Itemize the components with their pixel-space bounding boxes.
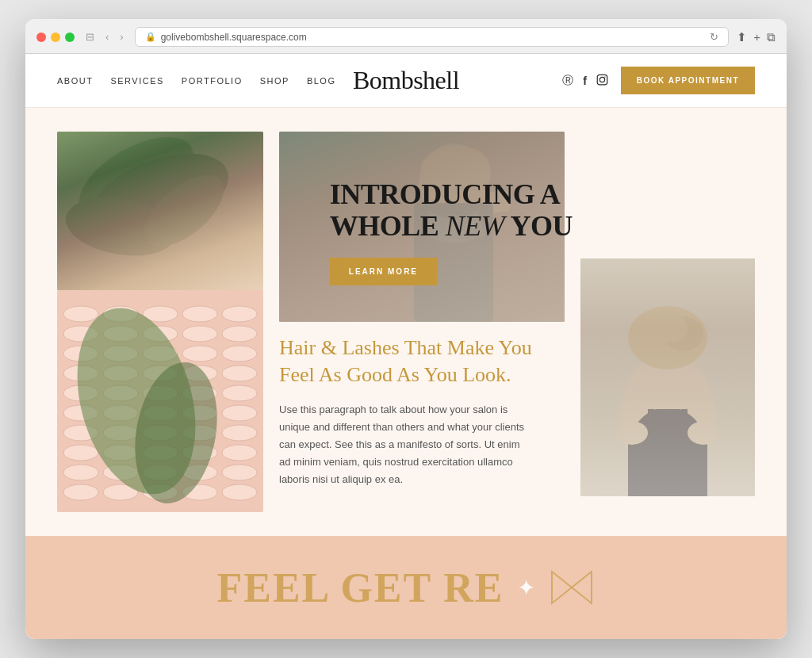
svg-point-24 [222, 346, 257, 362]
bowtie-icon [548, 568, 596, 607]
social-icons: Ⓡ f [562, 74, 608, 88]
leaf-image [57, 132, 263, 290]
hair-back-image [580, 258, 755, 496]
svg-point-59 [222, 484, 257, 500]
svg-point-1 [599, 77, 604, 82]
svg-point-67 [620, 354, 715, 480]
svg-rect-0 [597, 75, 607, 85]
nav-left: ABOUT SERVICES PORTFOLIO SHOP BLOG [57, 76, 335, 86]
book-appointment-button[interactable]: BOOK APPOINTMENT [621, 67, 755, 94]
reload-icon[interactable]: ↻ [710, 31, 718, 43]
svg-point-34 [222, 385, 257, 401]
hero-headline: INTRODUCING A WHOLE NEW YOU [330, 179, 573, 242]
nav-about[interactable]: ABOUT [57, 76, 93, 86]
svg-rect-66 [580, 258, 755, 496]
nav-portfolio[interactable]: PORTFOLIO [182, 76, 243, 86]
svg-point-13 [182, 306, 217, 322]
section-title: Hair & Lashes That Make You Feel As Good… [279, 335, 565, 388]
headline-part1: INTRODUCING A [330, 178, 561, 210]
svg-rect-3 [57, 132, 263, 290]
pinterest-icon[interactable]: Ⓡ [562, 74, 573, 88]
bottom-teaser-text: FEEL GET RE [216, 564, 504, 611]
headline-italic: NEW [446, 210, 505, 242]
browser-window: ⊟ ‹ › 🔒 golivebombshell.squarespace.com … [25, 19, 787, 639]
star-decoration-icon: ✦ [517, 575, 535, 601]
svg-rect-68 [656, 354, 680, 393]
svg-point-18 [182, 326, 217, 342]
svg-point-45 [63, 445, 98, 461]
svg-point-71 [656, 314, 688, 342]
svg-point-49 [222, 445, 257, 461]
website-content: ABOUT SERVICES PORTFOLIO SHOP BLOG Bombs… [25, 54, 787, 639]
browser-controls: ⊟ ‹ › [82, 29, 127, 44]
minimize-button[interactable] [51, 33, 60, 42]
headline-part3: YOU [504, 210, 573, 242]
svg-point-54 [222, 465, 257, 480]
svg-point-74 [616, 421, 648, 445]
site-header: ABOUT SERVICES PORTFOLIO SHOP BLOG Bombs… [25, 54, 787, 108]
svg-point-10 [63, 306, 98, 322]
lock-icon: 🔒 [145, 32, 156, 42]
headline-part2: WHOLE [330, 210, 446, 242]
svg-rect-76 [580, 258, 755, 496]
url-text: golivebombshell.squarespace.com [161, 32, 307, 43]
left-image-column: capsule grid [57, 132, 263, 512]
maximize-button[interactable] [65, 33, 75, 42]
capsules-image: capsule grid [57, 290, 263, 512]
svg-point-75 [688, 421, 719, 445]
right-column [580, 132, 755, 512]
duplicate-icon[interactable]: ⧉ [767, 30, 776, 44]
svg-point-7 [132, 162, 236, 259]
nav-services[interactable]: SERVICES [110, 76, 163, 86]
svg-point-69 [628, 306, 707, 369]
forward-arrow-icon[interactable]: › [117, 29, 126, 44]
sidebar-toggle-icon[interactable]: ⊟ [82, 29, 98, 44]
browser-actions: ⬆ + ⧉ [737, 30, 776, 44]
new-tab-icon[interactable]: + [753, 30, 760, 44]
site-logo[interactable]: Bombshell [353, 66, 459, 95]
traffic-lights [36, 33, 75, 42]
browser-chrome: ⊟ ‹ › 🔒 golivebombshell.squarespace.com … [25, 19, 787, 54]
center-column: INTRODUCING A WHOLE NEW YOU LEARN MORE H… [279, 132, 565, 512]
instagram-icon[interactable] [596, 74, 608, 88]
section-body: Use this paragraph to talk about how you… [279, 401, 533, 488]
close-button[interactable] [36, 33, 46, 42]
share-icon[interactable]: ⬆ [737, 30, 747, 44]
svg-rect-73 [681, 409, 688, 449]
svg-point-6 [61, 189, 180, 263]
svg-point-5 [81, 137, 239, 253]
svg-rect-72 [648, 409, 654, 449]
bottom-teaser: FEEL GET RE ✦ [25, 536, 787, 639]
hero-section: capsule grid [25, 108, 787, 536]
back-arrow-icon[interactable]: ‹ [102, 29, 112, 44]
svg-point-19 [222, 326, 257, 342]
svg-rect-8 [57, 132, 263, 290]
svg-point-70 [664, 316, 703, 351]
svg-point-29 [222, 365, 257, 381]
svg-point-2 [604, 76, 605, 77]
nav-right: Ⓡ f BOOK APPOINTMENT [562, 67, 755, 94]
nav-shop[interactable]: SHOP [260, 76, 289, 86]
svg-point-14 [222, 306, 257, 322]
svg-point-55 [63, 484, 98, 500]
address-bar[interactable]: 🔒 golivebombshell.squarespace.com ↻ [135, 27, 730, 47]
svg-point-50 [63, 465, 98, 480]
svg-point-44 [222, 425, 257, 441]
content-below-hero: Hair & Lashes That Make You Feel As Good… [279, 335, 565, 488]
svg-point-39 [222, 405, 257, 421]
hero-text-overlay: INTRODUCING A WHOLE NEW YOU LEARN MORE [330, 179, 573, 285]
svg-point-4 [66, 132, 208, 239]
nav-blog[interactable]: BLOG [307, 76, 336, 86]
facebook-icon[interactable]: f [583, 75, 587, 87]
learn-more-button[interactable]: LEARN MORE [330, 258, 437, 285]
svg-point-23 [182, 346, 217, 362]
